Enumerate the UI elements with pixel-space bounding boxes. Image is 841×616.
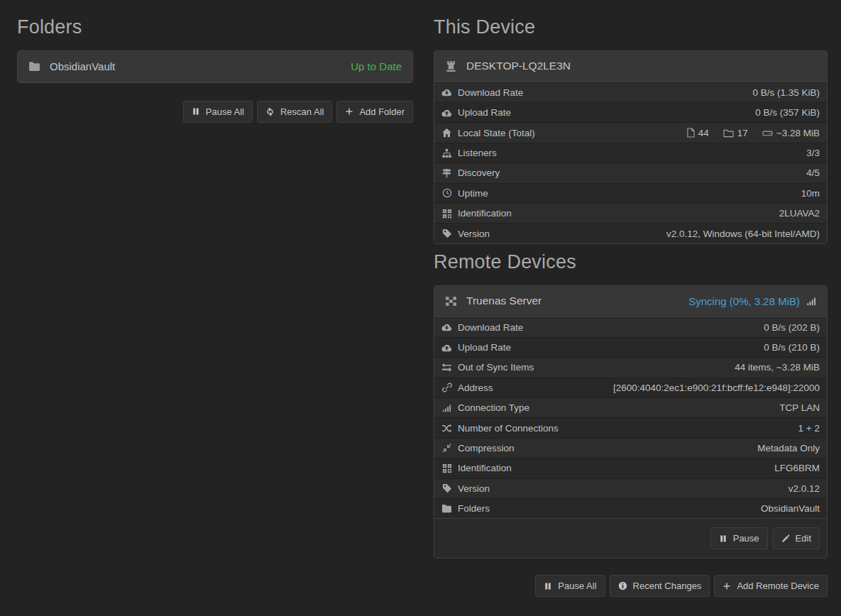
row-out-of-sync[interactable]: Out of Sync Items 44 items, ~3.28 MiB xyxy=(434,357,827,377)
row-remote-version[interactable]: Version v2.0.12 xyxy=(434,478,827,498)
row-local-state[interactable]: Local State (Total) 44 17 xyxy=(434,122,827,142)
add-folder-label: Add Folder xyxy=(359,106,405,117)
row-remote-identification[interactable]: Identification LFG6BRM xyxy=(434,458,827,478)
add-remote-device-label: Add Remote Device xyxy=(737,581,819,591)
row-discovery[interactable]: Discovery 4/5 xyxy=(434,163,827,182)
rescan-all-button[interactable]: Rescan All xyxy=(257,101,332,123)
remote-device-header[interactable]: Truenas Server Syncing (0%, 3.28 MiB) xyxy=(434,286,827,317)
recent-changes-button[interactable]: Recent Changes xyxy=(610,575,710,597)
cloud-upload-icon xyxy=(441,109,452,117)
add-folder-button[interactable]: Add Folder xyxy=(336,101,413,123)
plus-icon xyxy=(345,107,353,116)
size-group: ~3.28 MiB xyxy=(762,128,820,138)
signpost-icon xyxy=(441,168,452,178)
qrcode-icon xyxy=(441,463,452,473)
folders-actions: Pause All Rescan All Add Folder xyxy=(17,101,413,123)
remote-device-icon xyxy=(445,295,457,307)
remote-device-status: Syncing (0%, 3.28 MiB) xyxy=(688,295,816,307)
row-label: Uptime xyxy=(458,188,488,199)
edit-device-button[interactable]: Edit xyxy=(773,527,820,549)
row-connection-type[interactable]: Connection Type TCP LAN xyxy=(434,397,827,417)
pause-label: Pause xyxy=(733,533,759,544)
this-device-heading: This Device xyxy=(434,17,828,38)
remote-device-id-link[interactable]: LFG6BRM xyxy=(774,463,820,473)
row-label: Discovery xyxy=(458,167,500,178)
folder-status-badge: Up to Date xyxy=(351,60,402,72)
shuffle-icon xyxy=(441,424,452,433)
rook-icon xyxy=(445,60,457,72)
row-upload-rate[interactable]: Upload Rate 0 B/s (357 KiB) xyxy=(434,102,827,122)
row-remote-folders[interactable]: Folders ObsidianVault xyxy=(434,498,827,518)
row-compression[interactable]: Compression Metadata Only xyxy=(434,438,827,458)
row-value: ObsidianVault xyxy=(761,503,820,514)
pause-icon xyxy=(544,582,552,590)
row-label: Listeners xyxy=(458,148,497,158)
pause-icon xyxy=(719,534,727,543)
row-download-rate[interactable]: Download Rate 0 B/s (1.35 KiB) xyxy=(434,82,827,102)
tag-icon xyxy=(441,229,452,238)
info-circle-icon xyxy=(618,581,627,590)
compress-icon xyxy=(441,444,452,453)
folder-row-obsidianvault[interactable]: ObsidianVault Up to Date xyxy=(18,51,412,82)
clock-icon xyxy=(441,188,452,198)
folder-icon xyxy=(28,60,40,72)
remote-device-panel: Truenas Server Syncing (0%, 3.28 MiB) Do… xyxy=(434,285,828,559)
this-device-name: DESKTOP-LQ2LE3N xyxy=(466,60,571,72)
this-device-header[interactable]: DESKTOP-LQ2LE3N xyxy=(434,51,827,82)
row-label: Connection Type xyxy=(458,402,529,413)
remote-devices-actions: Pause All Recent Changes Add Remote Devi… xyxy=(434,575,828,597)
row-address[interactable]: Address [2600:4040:2ec1:e900:21f:bcff:fe… xyxy=(434,378,827,397)
row-value: 0 B/s (202 B) xyxy=(764,322,820,333)
files-count-group: 44 xyxy=(687,128,709,138)
pause-all-devices-button[interactable]: Pause All xyxy=(535,575,605,597)
row-label: Compression xyxy=(458,443,515,453)
row-remote-upload-rate[interactable]: Upload Rate 0 B/s (210 B) xyxy=(434,337,827,357)
row-num-connections[interactable]: Number of Connections 1 + 2 xyxy=(434,417,827,437)
row-label: Upload Rate xyxy=(458,107,511,118)
row-identification[interactable]: Identification 2LUAVA2 xyxy=(434,203,827,223)
cloud-download-icon xyxy=(441,88,452,97)
remote-device-name: Truenas Server xyxy=(466,295,542,307)
row-value: v2.0.12, Windows (64-bit Intel/AMD) xyxy=(666,229,820,239)
rescan-all-label: Rescan All xyxy=(280,106,324,117)
device-id-link[interactable]: 2LUAVA2 xyxy=(779,208,820,219)
pause-device-button[interactable]: Pause xyxy=(710,527,768,549)
row-uptime[interactable]: Uptime 10m xyxy=(434,183,827,203)
row-value: 0 B/s (357 KiB) xyxy=(755,107,820,118)
syncthing-dashboard: Folders ObsidianVault Up to Date Pause A… xyxy=(0,0,841,597)
this-device-panel: DESKTOP-LQ2LE3N Download Rate 0 B/s (1.3… xyxy=(434,50,828,244)
dirs-count-group: 17 xyxy=(723,128,748,138)
row-label: Identification xyxy=(458,208,512,219)
row-label: Identification xyxy=(458,463,512,473)
row-label: Number of Connections xyxy=(458,423,559,434)
folders-column: Folders ObsidianVault Up to Date Pause A… xyxy=(17,9,413,597)
qrcode-icon xyxy=(441,209,452,219)
row-value: [2600:4040:2ec1:e900:21f:bcff:fe12:e948]… xyxy=(613,383,820,393)
row-listeners[interactable]: Listeners 3/3 xyxy=(434,143,827,163)
add-remote-device-button[interactable]: Add Remote Device xyxy=(714,575,828,597)
row-value: 0 B/s (210 B) xyxy=(764,342,820,353)
row-value: 0 B/s (1.35 KiB) xyxy=(752,87,820,98)
edit-label: Edit xyxy=(796,533,811,544)
folder-outline-icon xyxy=(723,128,734,138)
local-state-size: ~3.28 MiB xyxy=(776,128,820,138)
pencil-icon xyxy=(781,534,790,543)
row-label: Address xyxy=(458,383,493,393)
devices-column: This Device DESKTOP-LQ2LE3N Download Rat… xyxy=(434,9,828,597)
cloud-upload-icon xyxy=(441,343,452,352)
pause-all-folders-button[interactable]: Pause All xyxy=(183,101,253,123)
plus-icon xyxy=(722,582,731,590)
folder-panel: ObsidianVault Up to Date xyxy=(17,50,413,83)
row-value: v2.0.12 xyxy=(788,483,820,494)
sitemap-icon xyxy=(441,148,452,158)
row-version[interactable]: Version v2.0.12, Windows (64-bit Intel/A… xyxy=(434,223,827,243)
row-label: Out of Sync Items xyxy=(458,362,534,373)
row-label: Version xyxy=(458,229,490,239)
row-label: Download Rate xyxy=(458,87,523,98)
folder-icon xyxy=(441,504,452,513)
row-remote-download-rate[interactable]: Download Rate 0 B/s (202 B) xyxy=(434,317,827,337)
row-label: Download Rate xyxy=(458,322,523,333)
folders-heading: Folders xyxy=(17,17,413,38)
out-of-sync-link[interactable]: 44 items, ~3.28 MiB xyxy=(735,362,820,373)
row-value: 4/5 xyxy=(806,167,820,178)
